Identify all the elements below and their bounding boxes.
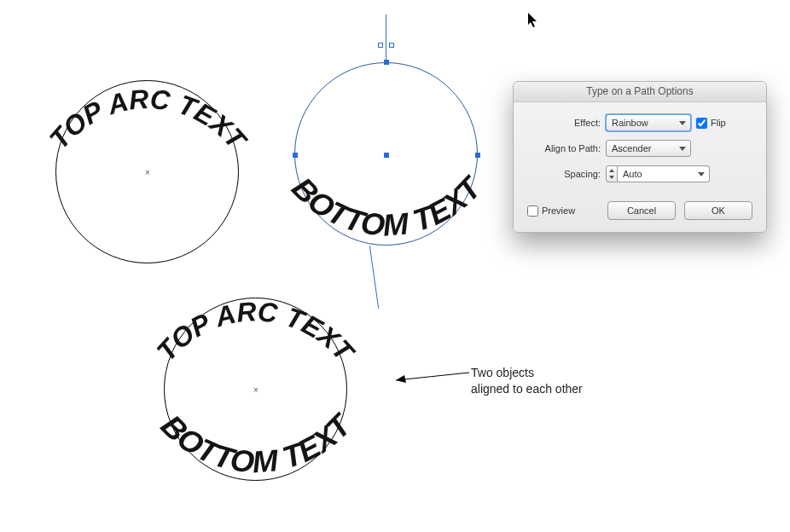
align-select[interactable]: Ascender — [606, 140, 691, 157]
effect-label: Effect: — [527, 118, 601, 128]
type-on-path-options-dialog: Type on a Path Options Effect: Rainbow F… — [513, 81, 767, 233]
spacing-select[interactable]: Auto — [618, 165, 710, 182]
dialog-body: Effect: Rainbow Flip Align to Path: Asce… — [514, 102, 766, 232]
ok-button[interactable]: OK — [684, 201, 752, 220]
annotation-line-1: Two objects — [471, 366, 534, 379]
bracket-line-top — [386, 14, 386, 61]
svg-line-4 — [396, 373, 469, 380]
selection-center-anchor[interactable] — [384, 153, 389, 158]
preview-checkbox[interactable]: Preview — [527, 205, 575, 217]
cancel-button[interactable]: Cancel — [607, 201, 676, 220]
annotation-line-2: aligned to each other — [471, 382, 583, 396]
mouse-cursor-icon — [527, 12, 539, 29]
flip-checkbox-input[interactable] — [696, 118, 707, 129]
circle-top-left[interactable] — [55, 80, 239, 263]
annotation-text: Two objects aligned to each other — [471, 365, 583, 397]
bracket-handle-top-left[interactable] — [378, 43, 383, 48]
spacing-label: Spacing: — [527, 169, 601, 179]
annotation-arrow — [384, 360, 478, 394]
effect-select[interactable]: Rainbow — [606, 114, 691, 131]
svg-marker-5 — [396, 375, 406, 383]
canvas: × TOP ARC TEXT BOTTOM TEXT × TOP ARC TEX… — [0, 0, 790, 532]
svg-marker-6 — [528, 13, 537, 27]
align-label: Align to Path: — [527, 143, 601, 153]
preview-checkbox-input[interactable] — [527, 205, 538, 217]
selection-anchor-top[interactable] — [384, 60, 389, 65]
dialog-title: Type on a Path Options — [514, 82, 766, 102]
spacing-stepper[interactable] — [606, 165, 618, 182]
bracket-handle-top-right[interactable] — [389, 43, 394, 48]
bracket-line-bottom — [369, 246, 379, 308]
selection-anchor-right[interactable] — [475, 153, 480, 158]
flip-checkbox[interactable]: Flip — [696, 118, 726, 129]
selection-anchor-left[interactable] — [293, 153, 298, 158]
circle-bottom-combined[interactable] — [164, 298, 347, 481]
